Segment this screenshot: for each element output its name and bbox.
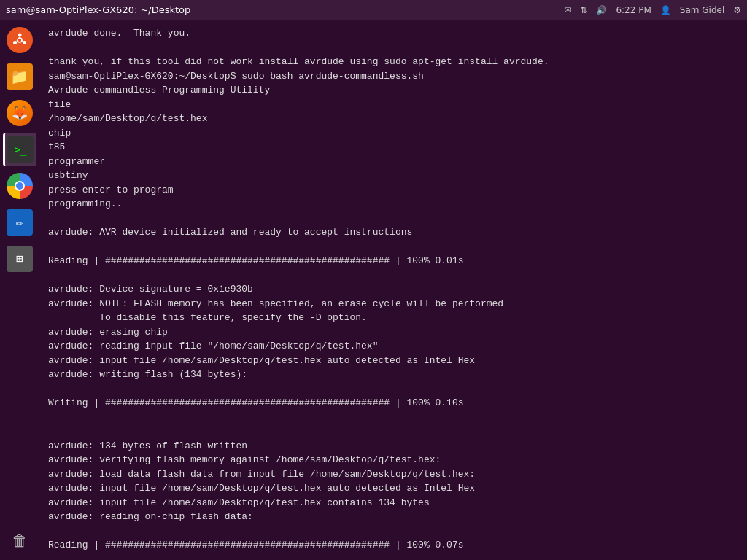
svg-point-1 xyxy=(18,34,21,37)
firefox-icon: 🦊 xyxy=(7,100,33,126)
sidebar-item-texteditor[interactable]: ✏ xyxy=(3,206,36,239)
sidebar: 📁 🦊 >_ ✏ ⊞ 🗑 xyxy=(0,20,39,560)
user-icon: 👤 xyxy=(660,5,671,15)
chrome-icon xyxy=(7,173,33,199)
terminal-icon: >_ xyxy=(7,136,34,163)
terminal-window[interactable]: avrdude done. Thank you. thank you, if t… xyxy=(39,20,747,560)
sidebar-item-trash[interactable]: 🗑 xyxy=(7,528,33,554)
ubuntu-logo-icon xyxy=(7,27,33,53)
sidebar-item-files[interactable]: 📁 xyxy=(3,60,36,93)
settings-icon[interactable]: ⚙ xyxy=(733,5,741,15)
volume-icon[interactable]: 🔊 xyxy=(596,5,607,15)
sidebar-item-ubuntu[interactable] xyxy=(3,23,36,57)
svg-point-2 xyxy=(13,41,17,44)
text-editor-icon: ✏ xyxy=(7,209,33,236)
sidebar-item-chrome[interactable] xyxy=(3,169,36,203)
apps-grid-icon: ⊞ xyxy=(7,246,33,272)
svg-line-6 xyxy=(16,41,17,42)
titlebar-left: sam@sam-OptiPlex-GX620: ~/Desktop xyxy=(6,4,190,15)
email-icon[interactable]: ✉ xyxy=(564,5,571,15)
sidebar-item-firefox[interactable]: 🦊 xyxy=(3,96,36,130)
sidebar-item-apps[interactable]: ⊞ xyxy=(3,242,36,276)
titlebar-title: sam@sam-OptiPlex-GX620: ~/Desktop xyxy=(6,4,190,15)
username-display: Sam Gidel xyxy=(680,5,724,15)
audio-arrows-icon[interactable]: ⇅ xyxy=(580,5,587,15)
titlebar-right: ✉ ⇅ 🔊 6:22 PM 👤 Sam Gidel ⚙ xyxy=(564,5,741,15)
titlebar: sam@sam-OptiPlex-GX620: ~/Desktop ✉ ⇅ 🔊 … xyxy=(0,0,747,20)
folder-icon: 📁 xyxy=(7,63,33,90)
sidebar-item-terminal[interactable]: >_ xyxy=(3,133,36,166)
trash-icon: 🗑 xyxy=(12,532,28,551)
terminal-output: avrdude done. Thank you. thank you, if t… xyxy=(48,26,738,553)
main-layout: 📁 🦊 >_ ✏ ⊞ 🗑 avrdude done. Thank you. th… xyxy=(0,20,747,560)
svg-point-3 xyxy=(23,41,26,44)
time-display: 6:22 PM xyxy=(616,5,651,15)
svg-line-7 xyxy=(21,41,22,42)
